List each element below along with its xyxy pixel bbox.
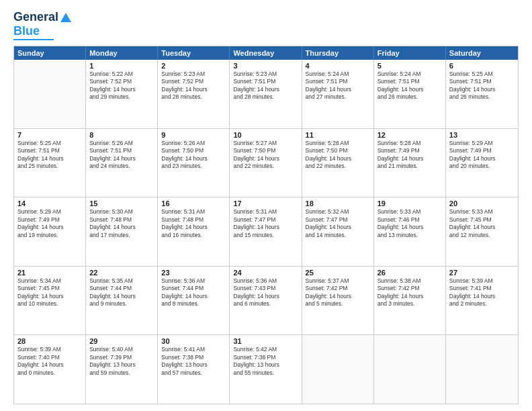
day-info: Sunrise: 5:31 AMSunset: 7:47 PMDaylight:…	[233, 208, 298, 239]
calendar-day-5: 5Sunrise: 5:24 AMSunset: 7:51 PMDaylight…	[374, 60, 446, 128]
logo-blue: Blue	[13, 24, 40, 38]
day-number: 27	[449, 269, 515, 277]
day-info: Sunrise: 5:31 AMSunset: 7:48 PMDaylight:…	[161, 208, 226, 239]
calendar-empty-cell	[446, 335, 518, 404]
calendar-empty-cell	[14, 60, 86, 128]
calendar: SundayMondayTuesdayWednesdayThursdayFrid…	[13, 46, 519, 404]
calendar-day-13: 13Sunrise: 5:29 AMSunset: 7:49 PMDayligh…	[446, 129, 518, 197]
day-number: 28	[17, 337, 82, 345]
day-number: 3	[233, 62, 298, 70]
calendar-day-30: 30Sunrise: 5:41 AMSunset: 7:38 PMDayligh…	[158, 335, 230, 404]
calendar-day-26: 26Sunrise: 5:38 AMSunset: 7:42 PMDayligh…	[374, 267, 446, 335]
day-info: Sunrise: 5:39 AMSunset: 7:41 PMDaylight:…	[449, 277, 515, 308]
calendar-day-11: 11Sunrise: 5:28 AMSunset: 7:50 PMDayligh…	[302, 129, 374, 197]
day-number: 29	[89, 337, 154, 345]
calendar-day-14: 14Sunrise: 5:29 AMSunset: 7:49 PMDayligh…	[14, 197, 86, 266]
day-info: Sunrise: 5:41 AMSunset: 7:38 PMDaylight:…	[161, 346, 226, 377]
calendar-header: SundayMondayTuesdayWednesdayThursdayFrid…	[14, 46, 518, 60]
day-info: Sunrise: 5:23 AMSunset: 7:51 PMDaylight:…	[233, 71, 298, 101]
day-info: Sunrise: 5:22 AMSunset: 7:52 PMDaylight:…	[89, 71, 154, 101]
calendar-day-16: 16Sunrise: 5:31 AMSunset: 7:48 PMDayligh…	[158, 197, 230, 266]
day-number: 25	[306, 269, 370, 277]
weekday-header-sunday: Sunday	[14, 46, 86, 60]
calendar-day-8: 8Sunrise: 5:26 AMSunset: 7:51 PMDaylight…	[86, 129, 158, 197]
calendar-row-4: 21Sunrise: 5:34 AMSunset: 7:45 PMDayligh…	[14, 266, 518, 335]
calendar-day-27: 27Sunrise: 5:39 AMSunset: 7:41 PMDayligh…	[446, 267, 518, 335]
calendar-day-6: 6Sunrise: 5:25 AMSunset: 7:51 PMDaylight…	[446, 60, 518, 128]
day-info: Sunrise: 5:30 AMSunset: 7:48 PMDaylight:…	[89, 208, 154, 239]
day-number: 2	[161, 62, 226, 70]
day-number: 14	[17, 199, 82, 208]
calendar-day-21: 21Sunrise: 5:34 AMSunset: 7:45 PMDayligh…	[14, 267, 86, 335]
calendar-row-3: 14Sunrise: 5:29 AMSunset: 7:49 PMDayligh…	[14, 197, 518, 266]
day-number: 7	[17, 131, 82, 139]
day-number: 8	[89, 131, 154, 139]
logo-underline	[13, 39, 54, 40]
calendar-day-31: 31Sunrise: 5:42 AMSunset: 7:38 PMDayligh…	[230, 335, 302, 404]
day-number: 11	[306, 131, 370, 139]
day-number: 30	[161, 337, 226, 345]
calendar-day-2: 2Sunrise: 5:23 AMSunset: 7:52 PMDaylight…	[158, 60, 230, 128]
calendar-day-1: 1Sunrise: 5:22 AMSunset: 7:52 PMDaylight…	[86, 60, 158, 128]
calendar-day-29: 29Sunrise: 5:40 AMSunset: 7:39 PMDayligh…	[86, 335, 158, 404]
calendar-day-17: 17Sunrise: 5:31 AMSunset: 7:47 PMDayligh…	[230, 197, 302, 266]
day-number: 26	[378, 269, 442, 277]
day-info: Sunrise: 5:29 AMSunset: 7:49 PMDaylight:…	[449, 140, 515, 171]
calendar-row-2: 7Sunrise: 5:25 AMSunset: 7:51 PMDaylight…	[14, 128, 518, 197]
day-info: Sunrise: 5:26 AMSunset: 7:51 PMDaylight:…	[89, 140, 154, 171]
day-info: Sunrise: 5:34 AMSunset: 7:45 PMDaylight:…	[17, 277, 82, 308]
day-number: 15	[89, 199, 154, 208]
page: General Blue SundayMondayTuesdayWednesda…	[0, 0, 532, 411]
day-number: 18	[306, 199, 370, 208]
calendar-day-12: 12Sunrise: 5:28 AMSunset: 7:49 PMDayligh…	[374, 129, 446, 197]
calendar-day-15: 15Sunrise: 5:30 AMSunset: 7:48 PMDayligh…	[86, 197, 158, 266]
day-info: Sunrise: 5:24 AMSunset: 7:51 PMDaylight:…	[378, 71, 442, 101]
logo-general: General	[13, 10, 58, 24]
day-info: Sunrise: 5:24 AMSunset: 7:51 PMDaylight:…	[306, 71, 370, 101]
day-number: 22	[89, 269, 154, 277]
weekday-header-monday: Monday	[86, 46, 158, 60]
calendar-day-9: 9Sunrise: 5:26 AMSunset: 7:50 PMDaylight…	[158, 129, 230, 197]
calendar-row-1: 1Sunrise: 5:22 AMSunset: 7:52 PMDaylight…	[14, 60, 518, 128]
logo: General Blue	[13, 10, 72, 40]
day-number: 5	[378, 62, 442, 70]
day-info: Sunrise: 5:38 AMSunset: 7:42 PMDaylight:…	[378, 277, 442, 308]
weekday-header-wednesday: Wednesday	[230, 46, 302, 60]
calendar-row-5: 28Sunrise: 5:39 AMSunset: 7:40 PMDayligh…	[14, 334, 518, 404]
logo-icon	[60, 11, 72, 24]
day-info: Sunrise: 5:29 AMSunset: 7:49 PMDaylight:…	[17, 208, 82, 239]
calendar-day-28: 28Sunrise: 5:39 AMSunset: 7:40 PMDayligh…	[14, 335, 86, 404]
weekday-header-thursday: Thursday	[302, 46, 374, 60]
day-info: Sunrise: 5:27 AMSunset: 7:50 PMDaylight:…	[233, 140, 298, 171]
day-info: Sunrise: 5:36 AMSunset: 7:44 PMDaylight:…	[161, 277, 226, 308]
day-info: Sunrise: 5:36 AMSunset: 7:43 PMDaylight:…	[233, 277, 298, 308]
day-number: 6	[449, 62, 515, 70]
calendar-day-4: 4Sunrise: 5:24 AMSunset: 7:51 PMDaylight…	[302, 60, 374, 128]
day-info: Sunrise: 5:33 AMSunset: 7:45 PMDaylight:…	[449, 208, 515, 239]
day-number: 9	[161, 131, 226, 139]
day-number: 13	[449, 131, 515, 139]
calendar-day-19: 19Sunrise: 5:33 AMSunset: 7:46 PMDayligh…	[374, 197, 446, 266]
calendar-day-25: 25Sunrise: 5:37 AMSunset: 7:42 PMDayligh…	[302, 267, 374, 335]
day-number: 16	[161, 199, 226, 208]
day-info: Sunrise: 5:25 AMSunset: 7:51 PMDaylight:…	[449, 71, 515, 101]
day-number: 4	[306, 62, 370, 70]
calendar-day-20: 20Sunrise: 5:33 AMSunset: 7:45 PMDayligh…	[446, 197, 518, 266]
day-info: Sunrise: 5:28 AMSunset: 7:50 PMDaylight:…	[306, 140, 370, 171]
calendar-empty-cell	[302, 335, 374, 404]
calendar-day-7: 7Sunrise: 5:25 AMSunset: 7:51 PMDaylight…	[14, 129, 86, 197]
calendar-day-3: 3Sunrise: 5:23 AMSunset: 7:51 PMDaylight…	[230, 60, 302, 128]
svg-marker-0	[60, 13, 71, 22]
day-number: 31	[233, 337, 298, 345]
day-info: Sunrise: 5:42 AMSunset: 7:38 PMDaylight:…	[233, 346, 298, 377]
calendar-day-10: 10Sunrise: 5:27 AMSunset: 7:50 PMDayligh…	[230, 129, 302, 197]
day-info: Sunrise: 5:28 AMSunset: 7:49 PMDaylight:…	[378, 140, 442, 171]
calendar-empty-cell	[374, 335, 446, 404]
day-number: 17	[233, 199, 298, 208]
day-number: 10	[233, 131, 298, 139]
day-info: Sunrise: 5:35 AMSunset: 7:44 PMDaylight:…	[89, 277, 154, 308]
day-number: 12	[378, 131, 442, 139]
calendar-day-18: 18Sunrise: 5:32 AMSunset: 7:47 PMDayligh…	[302, 197, 374, 266]
day-number: 20	[449, 199, 515, 208]
day-number: 24	[233, 269, 298, 277]
